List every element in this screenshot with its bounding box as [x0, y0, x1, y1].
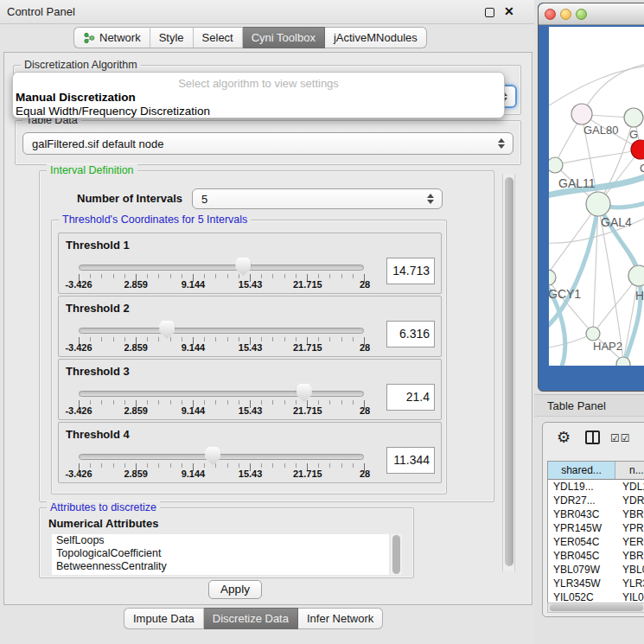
table-body: YDL19...YDL1 YDR27...YDR2 YBR043CYBR0 YP… — [547, 480, 644, 604]
table-header-row: shared... n... — [547, 461, 644, 480]
list-item[interactable]: BetweennessCentrality — [52, 560, 389, 573]
tab-network[interactable]: Network — [73, 27, 150, 48]
close-traffic-light[interactable] — [545, 9, 556, 20]
tab-style[interactable]: Style — [150, 27, 194, 48]
network-view-window: GAL80 G C GAL11 GAL4 GCY1 H HAP2 — [538, 3, 644, 392]
node-red-selected[interactable] — [631, 140, 644, 159]
list-item[interactable]: TopologicalCoefficient — [52, 547, 389, 560]
table-row[interactable]: YER054CYER0 — [548, 535, 644, 549]
bottom-tab-bar: Impute Data Discretize Data Infer Networ… — [124, 608, 383, 629]
spinner-arrows-icon — [498, 138, 505, 149]
numerical-attributes-list: SelfLoops TopologicalCoefficient Between… — [52, 534, 389, 575]
threshold-3-slider-thumb[interactable] — [296, 384, 312, 402]
tick-label: 15.43 — [239, 342, 263, 353]
table-row[interactable]: YLR345WYLR3 — [548, 577, 644, 590]
scrollbar-thumb[interactable] — [505, 177, 513, 566]
tick-label: 2.859 — [124, 342, 148, 353]
threshold-2-slider-thumb[interactable] — [159, 321, 175, 339]
table-row[interactable]: YBL079WYBL0 — [548, 563, 644, 577]
threshold-4-value-field[interactable]: 11.344 — [386, 447, 435, 474]
node-hap2[interactable] — [586, 327, 600, 341]
tick-label: 15.43 — [239, 469, 263, 479]
tab-impute-data[interactable]: Impute Data — [124, 608, 204, 629]
tab-select[interactable]: Select — [194, 27, 243, 48]
tab-infer-network[interactable]: Infer Network — [298, 608, 383, 629]
node-gal4[interactable] — [586, 192, 610, 216]
tab-label: Style — [159, 28, 184, 48]
table-horizontal-scrollbar[interactable] — [547, 603, 644, 613]
tab-jactivemnodules[interactable]: jActiveMNodules — [325, 27, 427, 48]
zoom-traffic-light[interactable] — [576, 9, 587, 20]
close-icon[interactable]: ✕ — [504, 4, 514, 18]
network-icon — [83, 32, 95, 44]
node-h[interactable] — [628, 265, 644, 286]
threshold-1-slider-thumb[interactable] — [235, 258, 251, 276]
table-panel-title: Table Panel — [547, 399, 606, 412]
table-data-combobox[interactable]: galFiltered.sif default node — [22, 132, 513, 155]
attributes-list-scrollbar[interactable] — [391, 534, 402, 575]
cell: YBR043C — [548, 507, 615, 521]
threshold-4-slider-thumb[interactable] — [205, 447, 220, 465]
apply-button[interactable]: Apply — [208, 580, 262, 599]
tab-discretize-data[interactable]: Discretize Data — [204, 608, 298, 629]
node-top-right[interactable] — [624, 108, 643, 127]
threshold-2-slider-track[interactable] — [79, 328, 364, 334]
dropdown-option-manual[interactable]: Manual Discretization — [16, 91, 136, 104]
tick-label: 28 — [360, 469, 370, 479]
dropdown-placeholder: Select algorithm to view settings — [13, 77, 504, 90]
control-panel-titlebar: Control Panel ✕ — [0, 0, 534, 24]
scrollbar-thumb[interactable] — [550, 604, 643, 611]
content-vertical-scrollbar[interactable] — [502, 174, 515, 571]
threshold-1-value-field[interactable]: 14.713 — [386, 258, 435, 284]
table-row[interactable]: YBR045CYBR0 — [548, 549, 644, 563]
column-header-name[interactable]: n... — [615, 462, 644, 479]
threshold-3-value-field[interactable]: 21.4 — [386, 384, 435, 411]
tab-label: Select — [202, 28, 233, 48]
threshold-3-slider-track[interactable] — [79, 391, 364, 397]
network-canvas[interactable]: GAL80 G C GAL11 GAL4 GCY1 H HAP2 — [549, 27, 644, 366]
table-row[interactable]: YPR145WYPR1 — [548, 521, 644, 535]
cell: YPR145W — [548, 521, 615, 535]
table-row[interactable]: YDR27...YDR2 — [548, 494, 644, 507]
cell: YDR27... — [548, 494, 615, 507]
control-panel: Control Panel ✕ Network Style Select Cyn… — [0, 0, 534, 644]
tick-label: 28 — [360, 405, 370, 416]
threshold-1-slider-track[interactable] — [79, 265, 364, 271]
threshold-2-value-field[interactable]: 6.316 — [386, 321, 435, 348]
tab-label: Impute Data — [133, 609, 194, 629]
tab-cyni-toolbox[interactable]: Cyni Toolbox — [243, 27, 325, 48]
node-label: GAL80 — [583, 124, 618, 137]
tick-label: 21.715 — [293, 342, 322, 353]
cell: YBR0 — [615, 507, 644, 521]
tick-label: 28 — [360, 279, 370, 290]
spinner-arrows-icon — [427, 194, 434, 204]
threshold-4-slider-track[interactable] — [79, 454, 364, 460]
num-intervals-combobox[interactable]: 5 — [192, 188, 443, 209]
select-columns-checkboxes-icon[interactable]: ☑☑ — [610, 432, 631, 444]
gear-icon[interactable]: ⚙ — [557, 428, 571, 447]
threshold-label: Threshold 1 — [66, 239, 130, 252]
dropdown-option-equal-width[interactable]: Equal Width/Frequency Discretization — [16, 105, 210, 118]
network-window-titlebar — [539, 3, 644, 25]
tick-labels: -3.426 2.859 9.144 15.43 21.715 28 — [79, 469, 365, 480]
columns-icon[interactable] — [585, 430, 600, 444]
node-bottom[interactable] — [616, 357, 630, 366]
node-label: GAL4 — [601, 215, 632, 229]
num-intervals-label: Number of Intervals — [77, 192, 182, 205]
node-gcy1[interactable] — [549, 270, 556, 285]
tick-label: 15.43 — [239, 405, 263, 416]
threshold-2-panel: Threshold 2 -3.426 2.859 9.144 15.43 21.… — [58, 296, 442, 357]
list-item[interactable]: SelfLoops — [52, 534, 389, 547]
combobox-value: galFiltered.sif default node — [32, 137, 163, 150]
table-row[interactable]: YDL19...YDL1 — [548, 480, 644, 494]
node-gal80[interactable] — [571, 104, 592, 124]
minimize-traffic-light[interactable] — [560, 9, 571, 20]
float-window-icon[interactable] — [485, 8, 494, 17]
column-header-shared-name[interactable]: shared... — [548, 462, 615, 479]
tick-label: -3.426 — [65, 279, 92, 290]
screen: Control Panel ✕ Network Style Select Cyn… — [0, 0, 644, 644]
cell: YLR3 — [615, 577, 644, 590]
scrollbar-thumb[interactable] — [392, 535, 400, 574]
node-gal11[interactable] — [549, 157, 563, 173]
table-row[interactable]: YBR043CYBR0 — [548, 507, 644, 521]
